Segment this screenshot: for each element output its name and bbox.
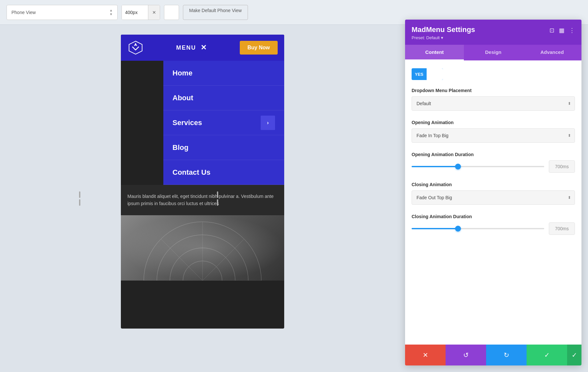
opening-duration-fill	[412, 166, 458, 167]
handle-bar	[217, 191, 218, 198]
menu-item-label: Blog	[172, 143, 188, 152]
save-button[interactable]: ✓	[527, 345, 567, 365]
handle-bar	[79, 191, 80, 198]
panel-body: YES Dropdown Menu Placement Default Left…	[405, 60, 581, 345]
closing-duration-track	[412, 228, 544, 229]
panel-footer: ✕ ↺ ↻ ✓ ✓	[405, 345, 581, 365]
page-content: Mauris blandit aliquet elit, eget tincid…	[121, 185, 284, 215]
redo-button[interactable]: ↻	[486, 345, 527, 365]
menu-item-about[interactable]: About	[163, 86, 284, 110]
px-input-wrap: ✕	[122, 5, 160, 20]
handle-bar	[217, 199, 218, 206]
closing-animation-label: Closing Animation	[412, 182, 575, 187]
tab-advanced[interactable]: Advanced	[523, 45, 581, 60]
opening-duration-field: Opening Animation Duration 700ms	[412, 152, 575, 173]
preview-area: MENU ✕ Buy Now Home About Services › Blo…	[0, 25, 405, 372]
svg-line-7	[203, 239, 244, 281]
panel-header: MadMenu Settings Preset: Default ▾ ⊡ ▦ ⋮	[405, 20, 581, 45]
panel-header-icons: ⊡ ▦ ⋮	[549, 27, 575, 34]
menu-label: MENU	[176, 44, 196, 51]
panel-title: MadMenu Settings	[412, 25, 475, 34]
nav-logo	[127, 40, 144, 56]
menu-item-label: Services	[172, 119, 202, 127]
menu-item-home[interactable]: Home	[163, 61, 284, 86]
nav-header: MENU ✕ Buy Now	[121, 35, 284, 61]
px-input[interactable]	[122, 5, 148, 20]
phone-frame: MENU ✕ Buy Now Home About Services › Blo…	[121, 35, 284, 329]
tab-design[interactable]: Design	[464, 45, 523, 60]
dropdown-placement-label: Dropdown Menu Placement	[412, 88, 575, 93]
phone-view-arrows: ▲▼	[109, 8, 113, 16]
closing-animation-field: Closing Animation Fade Out Top Big Fade …	[412, 182, 575, 205]
right-resize-handle[interactable]	[217, 191, 218, 206]
closing-duration-field: Closing Animation Duration 700ms	[412, 214, 575, 235]
opening-animation-select-wrapper: Fade In Top Big Fade In Left Fade In Rig…	[412, 128, 575, 143]
yes-label: YES	[412, 72, 427, 77]
closing-duration-thumb[interactable]	[455, 226, 461, 232]
opening-duration-track	[412, 166, 544, 167]
opening-animation-label: Opening Animation	[412, 120, 575, 125]
phone-view-select[interactable]: Phone View ▲▼	[7, 5, 118, 20]
closing-duration-label: Closing Animation Duration	[412, 214, 575, 219]
submenu-arrow[interactable]: ›	[261, 116, 275, 130]
closing-duration-value: 700ms	[549, 222, 575, 235]
toggle-box	[427, 68, 443, 80]
opening-animation-field: Opening Animation Fade In Top Big Fade I…	[412, 120, 575, 143]
toggle-row: YES	[412, 68, 575, 80]
make-default-button[interactable]: Make Default Phone View	[183, 5, 248, 20]
svg-line-6	[161, 239, 203, 281]
opening-duration-slider-row: 700ms	[412, 160, 575, 173]
opening-duration-label: Opening Animation Duration	[412, 152, 575, 157]
yes-toggle[interactable]: YES	[412, 68, 443, 80]
left-resize-handle[interactable]	[79, 191, 80, 206]
opening-duration-value: 700ms	[549, 160, 575, 173]
color-picker-box[interactable]	[164, 5, 179, 20]
menu-item-contact[interactable]: Contact Us	[163, 160, 284, 185]
closing-duration-fill	[412, 228, 458, 229]
menu-item-label: About	[172, 94, 193, 102]
nav-menu-area: MENU ✕	[176, 43, 207, 52]
extra-save-button[interactable]: ✓	[567, 345, 581, 365]
closing-animation-select-wrapper: Fade Out Top Big Fade Out Left Fade Out …	[412, 190, 575, 205]
closing-duration-slider-row: 700ms	[412, 222, 575, 235]
more-icon[interactable]: ⋮	[569, 27, 575, 34]
opening-animation-select[interactable]: Fade In Top Big Fade In Left Fade In Rig…	[412, 128, 575, 143]
dropdown-placement-field: Dropdown Menu Placement Default Left Rig…	[412, 88, 575, 111]
layout-icon[interactable]: ▦	[559, 27, 564, 34]
menu-item-label: Home	[172, 69, 192, 77]
dropdown-placement-select[interactable]: Default Left Right Center	[412, 96, 575, 111]
closing-animation-select[interactable]: Fade Out Top Big Fade Out Left Fade Out …	[412, 190, 575, 205]
panel-preset[interactable]: Preset: Default ▾	[412, 35, 475, 40]
menu-item-blog[interactable]: Blog	[163, 135, 284, 160]
page-image	[121, 215, 284, 281]
menu-item-services[interactable]: Services ›	[163, 110, 284, 135]
menu-dropdown: Home About Services › Blog Contact Us	[163, 61, 284, 185]
settings-panel: MadMenu Settings Preset: Default ▾ ⊡ ▦ ⋮…	[405, 20, 581, 365]
px-close-button[interactable]: ✕	[148, 5, 160, 20]
expand-icon[interactable]: ⊡	[549, 27, 554, 34]
panel-tabs: Content Design Advanced	[405, 45, 581, 60]
handle-bar	[79, 199, 80, 206]
opening-duration-thumb[interactable]	[455, 164, 461, 170]
nav-close-icon[interactable]: ✕	[201, 43, 207, 52]
panel-header-info: MadMenu Settings Preset: Default ▾	[412, 25, 475, 40]
reset-button[interactable]: ↺	[446, 345, 486, 365]
dropdown-placement-select-wrapper: Default Left Right Center ⬍	[412, 96, 575, 111]
tab-content[interactable]: Content	[405, 45, 464, 60]
phone-view-label: Phone View	[11, 10, 36, 15]
buy-now-button[interactable]: Buy Now	[240, 41, 278, 55]
body-text: Mauris blandit aliquet elit, eget tincid…	[127, 193, 278, 207]
menu-item-label: Contact Us	[172, 168, 210, 177]
cancel-button[interactable]: ✕	[405, 345, 446, 365]
